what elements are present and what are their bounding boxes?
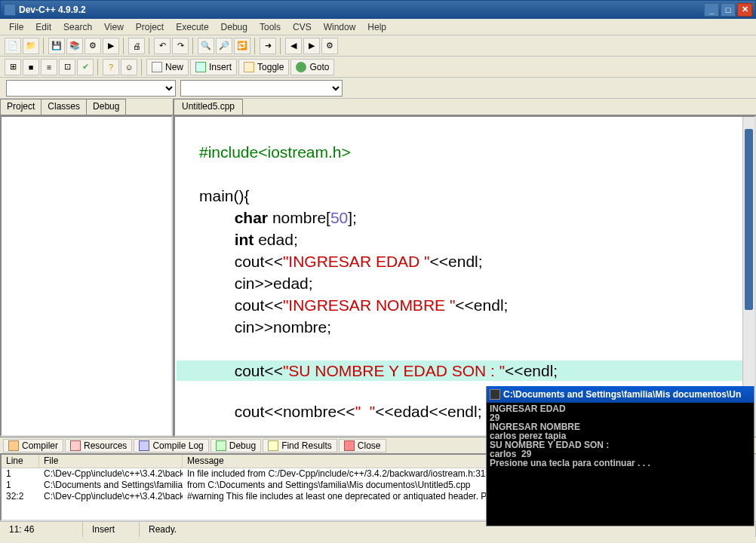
grid-square-icon[interactable]: ■	[23, 59, 39, 75]
console-output: INGRESAR EDAD 29 INGRESAR NOMBRE carlos …	[487, 403, 754, 469]
help-icon[interactable]: ?	[103, 59, 119, 75]
menubar: File Edit Search View Project Execute De…	[0, 19, 756, 35]
tab-debug[interactable]: Debug	[86, 99, 126, 115]
menu-edit[interactable]: Edit	[29, 20, 57, 34]
goto-icon	[296, 62, 306, 72]
insert-button[interactable]: Insert	[190, 59, 237, 75]
maximize-button[interactable]: □	[721, 3, 736, 17]
goto-line-icon[interactable]: ➜	[260, 38, 276, 54]
compile-icon[interactable]: ⚙	[85, 38, 101, 54]
run-icon[interactable]: ▶	[103, 38, 119, 54]
new-icon	[152, 62, 162, 72]
replace-icon[interactable]: 🔎	[216, 38, 232, 54]
toggle-icon	[244, 62, 254, 72]
open-project-icon[interactable]: 📁	[23, 38, 39, 54]
tab-debug-bottom[interactable]: Debug	[211, 439, 261, 452]
menu-file[interactable]: File	[3, 20, 29, 34]
menu-debug[interactable]: Debug	[215, 20, 254, 34]
app-icon	[4, 4, 16, 16]
undo-icon[interactable]: ↶	[154, 38, 171, 54]
compiler-icon	[8, 440, 19, 451]
menu-view[interactable]: View	[98, 20, 130, 34]
close-button[interactable]: ✕	[737, 3, 752, 17]
menu-tools[interactable]: Tools	[254, 20, 287, 34]
toolbar-secondary: ⊞ ■ ≡ ⊡ ✔ ? ☺ New Insert Toggle Goto	[0, 57, 756, 78]
resources-icon	[70, 440, 81, 451]
check-icon[interactable]: ✔	[77, 59, 94, 75]
tab-find-results[interactable]: Find Results	[263, 439, 337, 452]
find-icon[interactable]: 🔍	[198, 38, 214, 54]
col-line[interactable]: Line	[2, 455, 39, 468]
toggle-button[interactable]: Toggle	[238, 59, 289, 75]
tab-close[interactable]: Close	[339, 439, 386, 452]
grid-large-icon[interactable]: ⊡	[59, 59, 75, 75]
grid-small-icon[interactable]: ⊞	[5, 59, 21, 75]
redo-icon[interactable]: ↷	[172, 38, 189, 54]
toolbar-main: 📄 📁 💾 📚 ⚙ ▶ 🖨 ↶ ↷ 🔍 🔎 🔁 ➜ ◀ ▶ ⚙	[0, 35, 756, 57]
goto-button[interactable]: Goto	[290, 59, 334, 75]
console-window[interactable]: C:\Documents and Settings\familia\Mis do…	[486, 386, 754, 526]
titlebar[interactable]: Dev-C++ 4.9.9.2 _ □ ✕	[0, 0, 756, 19]
left-tabs: Project Classes Debug	[0, 99, 173, 115]
file-tabs: Untitled5.cpp	[174, 99, 756, 115]
minimize-button[interactable]: _	[704, 3, 719, 17]
tab-compiler[interactable]: Compiler	[3, 439, 63, 452]
grid-rows-icon[interactable]: ≡	[41, 59, 57, 75]
menu-window[interactable]: Window	[318, 20, 362, 34]
about-icon[interactable]: ☺	[121, 59, 137, 75]
combo-row	[0, 78, 756, 99]
tab-classes[interactable]: Classes	[41, 99, 87, 115]
tab-resources[interactable]: Resources	[65, 439, 132, 452]
options-icon[interactable]: ⚙	[321, 38, 338, 54]
tab-compile-log[interactable]: Compile Log	[134, 439, 208, 452]
log-icon	[139, 440, 149, 451]
next-bookmark-icon[interactable]: ▶	[303, 38, 320, 54]
col-file[interactable]: File	[39, 455, 183, 468]
prev-bookmark-icon[interactable]: ◀	[285, 38, 302, 54]
new-file-icon[interactable]: 📄	[5, 38, 21, 54]
status-mode: Insert	[83, 522, 140, 537]
find-next-icon[interactable]: 🔁	[234, 38, 250, 54]
save-icon[interactable]: 💾	[48, 38, 65, 54]
console-icon	[490, 389, 500, 400]
close-icon	[344, 440, 355, 451]
menu-project[interactable]: Project	[130, 20, 170, 34]
tab-project[interactable]: Project	[0, 99, 41, 115]
left-panel: Project Classes Debug	[0, 99, 174, 437]
insert-icon	[195, 62, 206, 72]
debug-icon	[216, 440, 226, 451]
print-icon[interactable]: 🖨	[128, 38, 145, 54]
file-tab[interactable]: Untitled5.cpp	[174, 99, 243, 115]
class-combo[interactable]	[180, 80, 343, 97]
new-button[interactable]: New	[146, 59, 189, 75]
function-combo[interactable]	[6, 80, 176, 97]
menu-cvs[interactable]: CVS	[287, 20, 318, 34]
menu-search[interactable]: Search	[57, 20, 98, 34]
project-tree[interactable]	[0, 115, 173, 437]
find-icon	[268, 440, 278, 451]
console-title: C:\Documents and Settings\familia\Mis do…	[503, 389, 741, 400]
window-title: Dev-C++ 4.9.9.2	[19, 5, 86, 15]
save-all-icon[interactable]: 📚	[66, 38, 83, 54]
menu-help[interactable]: Help	[361, 20, 392, 34]
status-position: 11: 46	[0, 522, 83, 537]
console-titlebar[interactable]: C:\Documents and Settings\familia\Mis do…	[487, 386, 754, 403]
menu-execute[interactable]: Execute	[170, 20, 214, 34]
